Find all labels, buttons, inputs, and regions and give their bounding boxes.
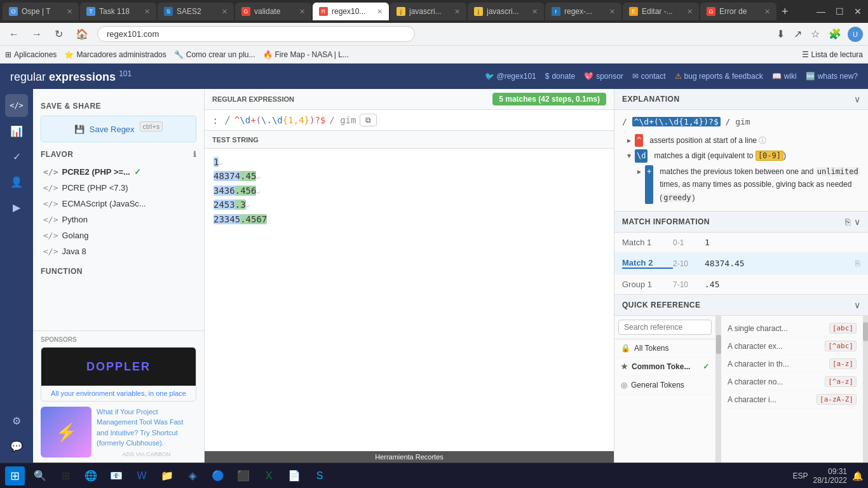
tab-js2[interactable]: j javascri... ✕ [468,3,544,20]
quick-ref-item-all[interactable]: 🔒 All Tokens [614,339,715,358]
wiki-link[interactable]: 📖 wiki [772,72,797,81]
taskbar-widgets[interactable]: ⊞ [54,466,77,486]
qr-code-2[interactable]: [^abc] [825,341,857,351]
bookmark-icon[interactable]: ☆ [808,27,822,41]
tab-editar[interactable]: E Editar -... ✕ [623,3,699,20]
whatsnew-link[interactable]: 🆕 whats new? [806,72,858,81]
match-info-toggle[interactable]: ∨ [854,217,860,227]
taskbar-chrome[interactable]: 🔵 [207,466,229,486]
tab-close-errorde[interactable]: ✕ [764,8,770,16]
quick-ref-item-general[interactable]: ◎ General Tokens [614,376,715,395]
quick-ref-left-scrollbar[interactable] [716,316,721,463]
tab-close-saes2[interactable]: ✕ [222,8,227,16]
bookmark-fire[interactable]: 🔥 Fire Map - NASA | L... [263,50,349,59]
taskbar-pdf[interactable]: 📄 [283,466,306,486]
avatar[interactable]: U [848,27,863,42]
tab-close-js1[interactable]: ✕ [454,8,460,16]
tab-close-regex-dash[interactable]: ✕ [609,8,615,16]
taskbar-excel[interactable]: X [257,466,280,486]
taskbar-file[interactable]: 📁 [156,466,179,486]
quick-ref-item-common[interactable]: ★ Common Toke... ✓ [614,358,715,376]
flavor-ecma[interactable]: </> ECMAScript (JavaSc... [41,196,196,212]
explanation-toggle[interactable]: ∨ [854,94,860,104]
donate-link[interactable]: $ donate [545,72,575,81]
sidebar-icon-user[interactable]: 👤 [5,170,28,193]
tab-close-editar[interactable]: ✕ [687,8,693,16]
match-copy-icon[interactable]: ⎘ [855,259,860,268]
tab-ospe[interactable]: O Ospe | T ✕ [3,3,79,20]
tab-saes2[interactable]: S SAES2 ✕ [158,3,234,20]
match-row-1[interactable]: Match 1 0-1 1 [614,233,868,253]
new-icon: 🆕 [806,72,815,81]
bookmark-lista[interactable]: ☰ Lista de lectura [802,50,863,59]
flavor-pcre2[interactable]: </> PCRE2 (PHP >=... ✓ [41,164,196,180]
tab-minimize-button[interactable]: — [813,5,829,18]
qr-code-3[interactable]: [a-z] [829,358,857,369]
forward-button[interactable]: → [28,27,46,41]
taskbar-outlook[interactable]: 📧 [105,466,128,486]
sidebar-icon-quiz[interactable]: 📊 [5,119,28,142]
tab-maximize-button[interactable]: ☐ [832,5,848,18]
tab-validate[interactable]: G validate ✕ [235,3,311,20]
download-icon[interactable]: ⬇ [774,27,787,41]
match-export-icon[interactable]: ⎘ [845,217,850,227]
tab-close-task118[interactable]: ✕ [144,8,150,16]
quick-ref-right-scrollbar[interactable] [863,316,868,463]
tab-close-ospe[interactable]: ✕ [67,8,72,16]
save-regex-button[interactable]: 💾 Save Regex ctrl+s [41,116,196,142]
taskbar-word[interactable]: W [130,466,153,486]
bookmark-marcadores[interactable]: ⭐ Marcadores administrados [64,50,166,59]
tab-regex101[interactable]: R regex10... ✕ [313,3,389,20]
twitter-link[interactable]: 🐦 @regex101 [485,72,536,81]
contact-link[interactable]: ✉ contact [632,72,666,81]
flavor-pcre[interactable]: </> PCRE (PHP <7.3) [41,180,196,196]
tab-close-regex101[interactable]: ✕ [377,8,383,16]
quick-ref-search-input[interactable] [618,320,712,335]
taskbar-vscode[interactable]: ◈ [181,466,204,486]
sponsor-link[interactable]: 💖 sponsor [584,72,623,81]
tab-close-validate[interactable]: ✕ [299,8,305,16]
tab-errorde[interactable]: G Error de ✕ [700,3,776,20]
bug-reports-link[interactable]: ⚠ bug reports & feedback [675,72,763,81]
back-button[interactable]: ← [5,27,23,41]
flavor-python[interactable]: </> Python [41,212,196,227]
quick-ref-toggle[interactable]: ∨ [854,300,860,310]
flavor-golang[interactable]: </> Golang [41,227,196,243]
sponsor-card-shortcut[interactable]: ⚡ What if Your Project Management Tool W… [41,407,196,458]
home-button[interactable]: 🏠 [72,27,92,41]
sidebar-icon-settings[interactable]: ⚙ [5,409,28,432]
test-string-area[interactable]: 1↵ 48374.45↵ 3436.456↵ 2453.3↵ 23345.456… [205,149,614,451]
address-input[interactable] [97,26,415,42]
taskbar-skype[interactable]: S [308,466,331,486]
match-row-group1[interactable]: Group 1 7-10 .45 [614,274,868,294]
taskbar-terminal[interactable]: ⬛ [232,466,255,486]
qr-code-4[interactable]: [^a-z] [825,376,857,387]
sidebar-icon-feedback[interactable]: 💬 [5,435,28,458]
info-icon-caret[interactable]: ⓘ [759,136,766,145]
taskbar-edge[interactable]: 🌐 [79,466,102,486]
sidebar-icon-tests[interactable]: ✓ [5,145,28,168]
qr-code-1[interactable]: [abc] [829,323,857,334]
notification-icon[interactable]: 🔔 [852,471,863,481]
sidebar-icon-codegen[interactable]: ▶ [5,196,28,219]
flavor-java[interactable]: </> Java 8 [41,243,196,259]
qr-code-5[interactable]: [a-zA-Z] [817,394,857,405]
sidebar-icon-regex[interactable]: </> [5,94,28,117]
start-button[interactable]: ⊞ [5,466,25,485]
tab-close-js2[interactable]: ✕ [532,8,538,16]
taskbar-search[interactable]: 🔍 [29,466,51,486]
tab-regex-dash[interactable]: r regex-... ✕ [545,3,621,20]
new-tab-button[interactable]: + [778,5,792,18]
tab-close-button[interactable]: ✕ [850,5,865,18]
tab-js1[interactable]: j javascri... ✕ [390,3,466,20]
flavor-info-icon[interactable]: ℹ [193,150,197,159]
sponsor-card-doppler[interactable]: DOPPLER All your environment variables, … [41,347,196,402]
match-row-2[interactable]: Match 2 2-10 48374.45 ⎘ [614,253,868,274]
bookmark-apps[interactable]: ⊞ Aplicaciones [5,50,57,59]
share-icon[interactable]: ↗ [791,27,804,41]
extension-icon[interactable]: 🧩 [826,27,844,41]
bookmark-crear[interactable]: 🔧 Como crear un plu... [174,50,255,59]
reload-button[interactable]: ↻ [51,27,67,41]
regex-copy-button[interactable]: ⧉ [360,114,377,126]
tab-task118[interactable]: T Task 118 ✕ [80,3,156,20]
